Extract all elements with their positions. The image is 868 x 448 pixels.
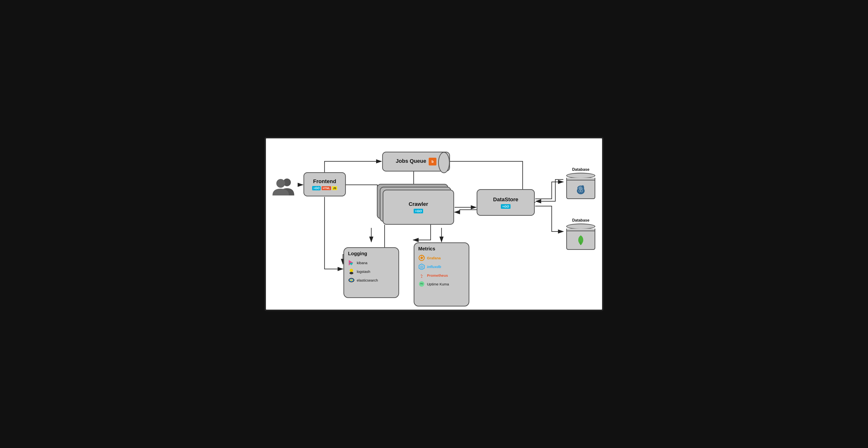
logging-label: Logging xyxy=(348,251,367,256)
node-metrics: Metrics Grafana influxdb xyxy=(414,242,469,307)
users-icon xyxy=(271,177,296,197)
datastore-go-badge: ≡GO xyxy=(501,204,510,209)
bullmq-icon: b xyxy=(429,158,436,166)
prometheus-item: Prometheus xyxy=(418,272,448,279)
svg-point-10 xyxy=(581,189,583,192)
db-mid-line xyxy=(566,178,595,180)
go-badge: ≡GO xyxy=(312,186,321,191)
db-mongo-mid-line xyxy=(566,229,595,231)
elasticsearch-icon xyxy=(348,277,355,283)
kibana-item: kibana xyxy=(348,259,367,266)
db-mongo: Database xyxy=(564,218,598,250)
logstash-label: logstash xyxy=(357,270,370,274)
svg-point-4 xyxy=(276,179,285,188)
node-frontend: Frontend ≡GO HTML JS xyxy=(304,172,346,197)
logstash-item: logstash xyxy=(348,268,370,275)
influxdb-icon xyxy=(418,263,425,270)
datastore-tech-icons: ≡GO xyxy=(501,204,510,209)
metrics-label: Metrics xyxy=(418,246,435,251)
node-datastore: DataStore ≡GO xyxy=(476,189,535,216)
node-crawler: Crawler ≡GO xyxy=(383,189,454,225)
db-postgres-label: Database xyxy=(572,167,589,172)
db-postgres-body xyxy=(566,180,595,199)
svg-point-16 xyxy=(350,279,352,281)
influxdb-item: influxdb xyxy=(418,263,441,270)
node-jobs-queue: Jobs Queue b xyxy=(382,152,450,172)
crawler-go-badge: ≡GO xyxy=(414,209,423,213)
datastore-label: DataStore xyxy=(493,197,518,203)
frontend-label: Frontend xyxy=(313,178,336,184)
crawler-tech-icons: ≡GO xyxy=(414,209,423,213)
db-mongo-label: Database xyxy=(572,218,589,222)
html-badge: HTML xyxy=(321,186,331,190)
frontend-tech-icons: ≡GO HTML JS xyxy=(312,186,337,191)
uptime-kuma-label: Uptime Kuma xyxy=(427,282,449,286)
influxdb-label: influxdb xyxy=(427,265,441,269)
grafana-label: Grafana xyxy=(427,256,441,260)
svg-marker-22 xyxy=(420,265,423,269)
db-mongo-body xyxy=(566,231,595,250)
svg-line-20 xyxy=(423,257,424,257)
prometheus-icon xyxy=(418,272,425,279)
kibana-icon xyxy=(348,259,355,266)
svg-point-18 xyxy=(421,257,423,259)
uptime-kuma-item: Uptime Kuma xyxy=(418,281,449,287)
node-logging: Logging kibana logstash xyxy=(343,247,399,298)
db-postgres: Database xyxy=(564,167,598,199)
elasticsearch-label: elasticsearch xyxy=(357,278,378,282)
svg-point-9 xyxy=(579,189,581,192)
jobs-queue-label: Jobs Queue xyxy=(396,158,426,164)
logstash-icon xyxy=(348,268,355,275)
grafana-item: Grafana xyxy=(418,254,441,261)
kibana-label: kibana xyxy=(357,261,367,265)
prometheus-label: Prometheus xyxy=(427,273,448,277)
svg-point-13 xyxy=(349,272,353,274)
js-badge: JS xyxy=(332,186,337,190)
svg-point-8 xyxy=(582,185,584,188)
uptime-kuma-icon xyxy=(418,281,425,287)
grafana-icon xyxy=(418,254,425,261)
diagram-container: Frontend ≡GO HTML JS Jobs Queue b Crawle… xyxy=(265,137,603,311)
crawler-label: Crawler xyxy=(409,201,428,207)
elasticsearch-item: elasticsearch xyxy=(348,277,378,283)
svg-point-12 xyxy=(350,269,353,272)
cylinder-cap xyxy=(438,152,450,173)
